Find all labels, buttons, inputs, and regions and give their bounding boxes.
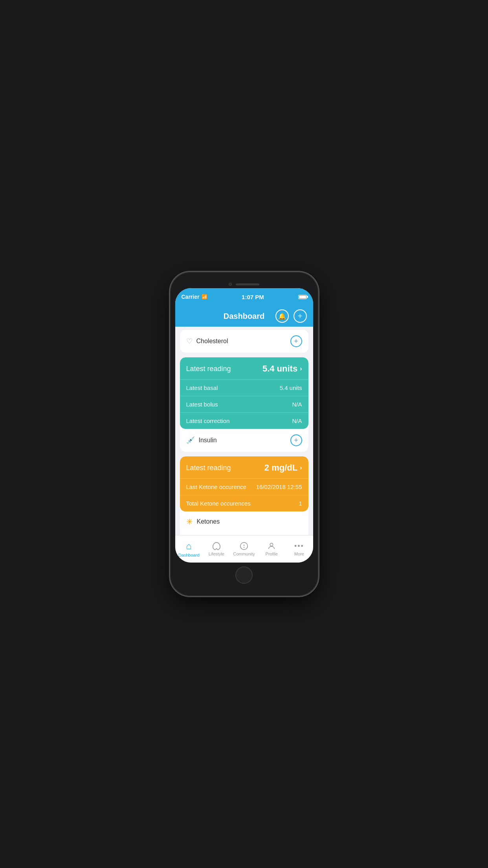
tab-bar: ⌂ Dashboard Lifestyle Community <box>175 535 313 563</box>
insulin-basal-row: Latest basal 5.4 units <box>180 380 308 396</box>
cholesterol-label: Cholesterol <box>196 338 228 345</box>
ketones-star-icon: ✳ <box>186 517 193 526</box>
insulin-stats-card[interactable]: Latest reading 5.4 units › Latest basal … <box>180 357 308 429</box>
lifestyle-tab-label: Lifestyle <box>209 552 224 556</box>
add-button[interactable]: + <box>294 309 307 323</box>
navigation-bar: Dashboard 🔔 + <box>175 305 313 327</box>
cholesterol-add-button[interactable]: + <box>290 335 302 347</box>
svg-point-2 <box>244 547 244 548</box>
chevron-right-icon: › <box>300 365 302 372</box>
home-button[interactable] <box>235 566 253 584</box>
leaf-icon <box>212 542 221 550</box>
last-occurrence-label: Last Ketone occurence <box>186 484 246 490</box>
ketones-total-row: Total Ketone occurences 1 <box>180 495 308 511</box>
insulin-reading-value: 5.4 units › <box>262 364 302 374</box>
insulin-section: Latest reading 5.4 units › Latest basal … <box>180 357 308 452</box>
battery-icon <box>298 295 307 299</box>
bell-icon: 🔔 <box>278 313 286 320</box>
scroll-content: ♡ Cholesterol + Latest reading 5.4 units <box>175 327 313 535</box>
notifications-button[interactable]: 🔔 <box>275 309 289 323</box>
heart-icon: ♡ <box>186 337 193 346</box>
total-occurrences-label: Total Ketone occurences <box>186 500 251 507</box>
tab-more[interactable]: ••• More <box>285 542 313 556</box>
more-tab-label: More <box>294 552 304 556</box>
ketones-form: Ketones mmol/L Discard Save <box>180 532 308 535</box>
insulin-latest-reading-row[interactable]: Latest reading 5.4 units › <box>180 357 308 380</box>
page-title: Dashboard <box>224 312 264 321</box>
insulin-reading-label: Latest reading <box>186 365 231 373</box>
cholesterol-header: ♡ Cholesterol <box>186 337 228 346</box>
ketones-header-row: ✳ Ketones <box>180 511 308 532</box>
insulin-syringe-icon: 💉 <box>186 436 195 445</box>
insulin-add-button[interactable]: + <box>290 434 302 446</box>
cholesterol-plus-icon: + <box>294 337 298 346</box>
tab-profile[interactable]: Profile <box>258 542 285 556</box>
ketones-section: Latest reading 2 mg/dL › Last Ketone occ… <box>180 456 308 535</box>
insulin-label: Insulin <box>199 437 217 444</box>
insulin-correction-row: Latest correction N/A <box>180 413 308 429</box>
profile-icon <box>267 542 276 550</box>
status-time: 1:07 PM <box>242 294 264 300</box>
ketones-reading-label: Latest reading <box>186 464 231 472</box>
carrier-label: Carrier <box>182 294 200 300</box>
plus-icon: + <box>298 312 303 321</box>
battery-indicator <box>298 295 307 299</box>
last-occurrence-value: 16/02/2018 12:55 <box>256 484 302 490</box>
correction-label: Latest correction <box>186 417 230 424</box>
total-occurrences-value: 1 <box>299 500 302 507</box>
basal-value: 5.4 units <box>280 384 302 391</box>
ketones-stats-card[interactable]: Latest reading 2 mg/dL › Last Ketone occ… <box>180 456 308 511</box>
more-dots-icon: ••• <box>294 542 304 550</box>
bolus-value: N/A <box>292 401 302 408</box>
correction-value: N/A <box>292 417 302 424</box>
cholesterol-card: ♡ Cholesterol + <box>180 330 308 353</box>
status-bar: Carrier 📶 1:07 PM <box>175 288 313 305</box>
community-tab-label: Community <box>233 552 255 556</box>
bolus-label: Latest bolus <box>186 401 218 408</box>
ketones-chevron-icon: › <box>300 464 302 471</box>
tab-dashboard[interactable]: ⌂ Dashboard <box>175 541 203 557</box>
profile-tab-label: Profile <box>266 552 278 556</box>
insulin-bolus-row: Latest bolus N/A <box>180 396 308 413</box>
wifi-icon: 📶 <box>202 294 207 300</box>
svg-point-3 <box>270 543 273 546</box>
ketones-label: Ketones <box>197 518 220 525</box>
basal-label: Latest basal <box>186 384 218 391</box>
ketones-last-occurrence-row: Last Ketone occurence 16/02/2018 12:55 <box>180 479 308 495</box>
insulin-header-row: 💉 Insulin + <box>180 429 308 452</box>
insulin-plus-icon: + <box>294 436 298 445</box>
ketones-reading-value: 2 mg/dL › <box>264 463 302 473</box>
dashboard-tab-label: Dashboard <box>178 553 200 557</box>
home-icon: ⌂ <box>186 541 192 552</box>
tab-lifestyle[interactable]: Lifestyle <box>203 542 230 556</box>
tab-community[interactable]: Community <box>230 542 258 556</box>
ketones-latest-reading-row[interactable]: Latest reading 2 mg/dL › <box>180 456 308 479</box>
carrier-info: Carrier 📶 <box>182 294 208 300</box>
community-icon <box>240 542 248 550</box>
